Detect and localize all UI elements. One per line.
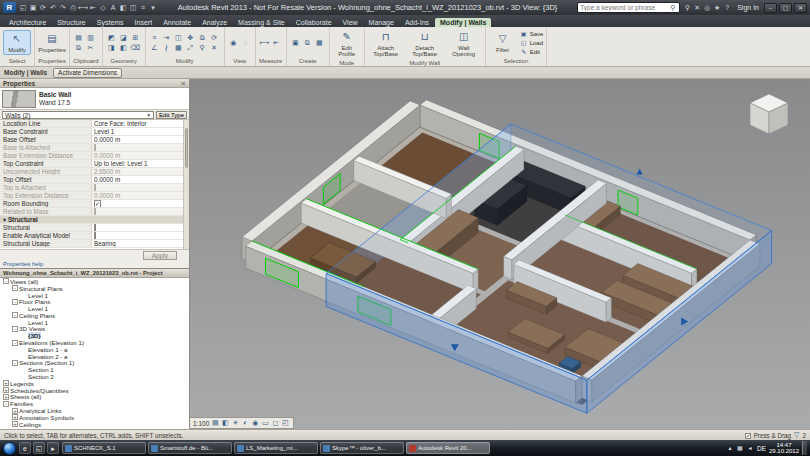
show-crop-icon[interactable]: ◻ — [270, 418, 280, 428]
signin-button[interactable]: Sign In — [734, 4, 762, 11]
join-icon[interactable]: ⊞ — [130, 33, 141, 43]
clock[interactable]: 14:47 29.10.2012 — [769, 442, 799, 455]
close-palette-icon[interactable]: ✕ — [181, 79, 186, 87]
visual-style-icon[interactable]: ◧ — [220, 418, 230, 428]
collapse-icon[interactable]: - — [12, 312, 18, 318]
tag-icon[interactable]: ◇ — [98, 3, 108, 13]
search-input[interactable] — [580, 4, 668, 11]
help-icon[interactable]: ? — [722, 3, 732, 13]
tab-view[interactable]: View — [338, 18, 363, 27]
property-value[interactable] — [92, 224, 189, 231]
paint-icon[interactable]: ◨ — [106, 43, 117, 53]
expand-icon[interactable]: + — [12, 421, 18, 427]
collapse-icon[interactable]: - — [12, 340, 18, 346]
tab-architecture[interactable]: Architecture — [4, 18, 51, 27]
search-icon[interactable]: ⚲ — [668, 4, 677, 12]
undo-icon[interactable]: ↶ — [48, 3, 58, 13]
dimension-icon[interactable]: ⇤ — [271, 38, 282, 48]
property-checkbox[interactable]: ✓ — [94, 200, 101, 207]
press-drag-checkbox[interactable]: ✓ — [745, 433, 751, 439]
property-value[interactable]: 0.0000 m — [92, 152, 189, 159]
text-icon[interactable]: A — [108, 3, 118, 13]
detach-top-base-button[interactable]: ⊔ Detach Top/Base — [407, 28, 443, 59]
load-selection-button[interactable]: ◱Load — [520, 38, 544, 47]
cut-icon[interactable]: ✂ — [85, 43, 96, 53]
wall-opening-button[interactable]: ◫ Wall Opening — [446, 28, 482, 59]
property-value[interactable] — [92, 184, 189, 191]
switch-windows-icon[interactable]: ▾ — [148, 3, 158, 13]
tab-analyze[interactable]: Analyze — [197, 18, 232, 27]
property-checkbox[interactable] — [94, 232, 96, 239]
communication-center-icon[interactable]: ◎ — [702, 3, 712, 13]
array-icon[interactable]: ▦ — [173, 43, 184, 53]
tab-systems[interactable]: Systems — [92, 18, 129, 27]
property-value[interactable] — [92, 144, 189, 151]
cope-icon[interactable]: ◩ — [106, 33, 117, 43]
show-desktop-button[interactable] — [802, 441, 807, 455]
expand-icon[interactable]: + — [3, 387, 9, 393]
paste-icon[interactable]: ▤ — [73, 33, 84, 43]
expand-icon[interactable]: + — [12, 408, 18, 414]
view-scale[interactable]: 1:100 — [193, 420, 209, 427]
demolish-icon[interactable]: ⌫ — [130, 43, 141, 53]
delete-icon[interactable]: ✕ — [209, 43, 220, 53]
tab-manage[interactable]: Manage — [364, 18, 399, 27]
minimize-button[interactable]: – — [764, 3, 777, 13]
collapse-icon[interactable]: - — [12, 360, 18, 366]
tab-insert[interactable]: Insert — [130, 18, 158, 27]
property-value[interactable]: Up to level: Level 1 — [92, 160, 189, 167]
language-indicator[interactable]: DE — [757, 445, 766, 452]
shadows-icon[interactable]: ◐ — [240, 418, 250, 428]
taskbar-window-button[interactable]: Skype™ - oliver_b... — [320, 442, 404, 454]
apply-button[interactable]: Apply — [143, 251, 177, 260]
filter-button[interactable]: ▽ Filter — [489, 30, 517, 55]
expand-icon[interactable]: + — [3, 394, 9, 400]
split-face-icon[interactable]: ◧ — [118, 43, 129, 53]
favorites-icon[interactable]: ★ — [712, 3, 722, 13]
ie-icon[interactable]: e — [19, 442, 31, 454]
sync-icon[interactable]: ⟳ — [38, 3, 48, 13]
print-icon[interactable]: ⎙ — [68, 3, 78, 13]
explorer-icon[interactable]: ◱ — [33, 442, 45, 454]
media-player-icon[interactable]: ▸ — [47, 442, 59, 454]
match-type-icon[interactable]: ▥ — [85, 33, 96, 43]
property-checkbox[interactable] — [94, 224, 96, 231]
tab-add-ins[interactable]: Add-Ins — [400, 18, 434, 27]
tab-collaborate[interactable]: Collaborate — [291, 18, 337, 27]
copy-move-icon[interactable]: ⧉ — [197, 33, 208, 43]
taskbar-window-button[interactable]: Smartstoff.de - Bü... — [148, 442, 232, 454]
visibility-icon[interactable]: ◉ — [228, 38, 239, 48]
property-value[interactable]: 0.0000 m — [92, 192, 189, 199]
align-icon[interactable]: ≡ — [149, 33, 160, 43]
thin-lines-icon[interactable]: ≡ — [138, 3, 148, 13]
collapse-icon[interactable]: - — [12, 285, 18, 291]
property-value[interactable]: 2.6500 m — [92, 168, 189, 175]
aligned-dimension-icon[interactable]: ⇤ — [88, 3, 98, 13]
property-checkbox[interactable] — [94, 144, 96, 151]
offset-icon[interactable]: ⇥ — [161, 33, 172, 43]
property-checkbox[interactable] — [94, 208, 96, 215]
mirror-axis-icon[interactable]: ◫ — [173, 33, 184, 43]
rotate-icon[interactable]: ⟳ — [209, 33, 220, 43]
save-icon[interactable]: ▣ — [28, 3, 38, 13]
measure-between-icon[interactable]: ⟷ — [259, 38, 270, 48]
tab-massing-site[interactable]: Massing & Site — [233, 18, 290, 27]
collapse-icon[interactable]: - — [12, 299, 18, 305]
search-icon[interactable]: ⚲ — [682, 3, 692, 13]
property-value[interactable] — [92, 208, 189, 215]
close-button[interactable]: ✕ — [794, 3, 807, 13]
revit-app-button[interactable]: R — [3, 2, 16, 13]
property-value[interactable] — [92, 232, 189, 239]
cut-geometry-icon[interactable]: ◪ — [118, 33, 129, 43]
edit-selection-button[interactable]: ✎Edit — [520, 47, 544, 56]
copy-icon[interactable]: ⧉ — [73, 43, 84, 53]
property-value[interactable]: 0.0000 m — [92, 176, 189, 183]
create-assembly-icon[interactable]: ▦ — [314, 38, 325, 48]
crop-view-icon[interactable]: ▭ — [260, 418, 270, 428]
property-checkbox[interactable] — [94, 184, 96, 191]
start-button[interactable] — [3, 442, 16, 455]
property-value[interactable]: Level 1 — [92, 128, 189, 135]
property-value[interactable]: ✓ — [92, 200, 189, 207]
tab-modify-walls[interactable]: Modify | Walls — [435, 18, 491, 27]
activate-dimensions-button[interactable]: Activate Dimensions — [53, 68, 122, 78]
